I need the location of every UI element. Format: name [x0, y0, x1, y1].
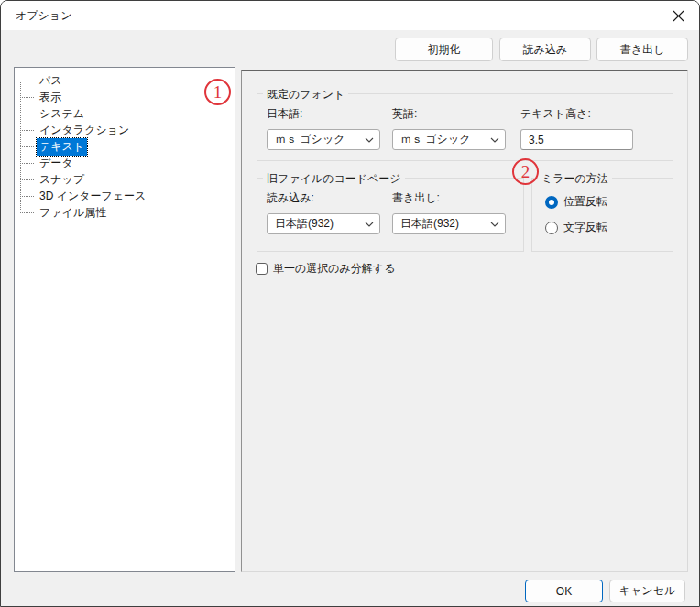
tree-item-label: テキスト: [37, 138, 87, 156]
tree-item-file-attributes[interactable]: ファイル属性: [15, 204, 235, 221]
ok-button[interactable]: OK: [525, 580, 603, 602]
tree-item-label: ファイル属性: [37, 204, 109, 222]
tree-item-label: 3D インターフェース: [37, 188, 148, 205]
export-button[interactable]: 書き出し: [596, 38, 688, 61]
default-font-group: 既定のフォント 日本語: ｍｓ ゴシック 英語: ｍｓ ゴシック: [257, 93, 673, 161]
tree-leader: [20, 179, 34, 180]
tree-item-label: パス: [37, 72, 65, 90]
tree-item-label: スナップ: [37, 171, 87, 189]
annotation-circle-2: 2: [512, 158, 539, 185]
text-height-input[interactable]: [520, 129, 633, 150]
codepage-export-label: 書き出し:: [392, 190, 506, 203]
group-caption: 既定のフォント: [263, 87, 348, 103]
radio-selected-icon: [545, 196, 558, 209]
settings-panel: 既定のフォント 日本語: ｍｓ ゴシック 英語: ｍｓ ゴシック: [241, 70, 688, 572]
chevron-down-icon: [490, 222, 499, 227]
codepage-export-field: 書き出し: 日本語(932): [392, 190, 506, 234]
annotation-number: 2: [521, 162, 530, 182]
english-font-select[interactable]: ｍｓ ゴシック: [392, 129, 506, 150]
tree-item-3d-interface[interactable]: 3D インターフェース: [15, 188, 235, 204]
close-icon: [673, 10, 684, 22]
tree-item-data[interactable]: データ: [15, 155, 235, 171]
cancel-button[interactable]: キャンセル: [609, 580, 685, 602]
mirror-method-group: ミラーの方法 位置反転 文字反転: [531, 178, 673, 252]
radio-character-flip[interactable]: 文字反転: [545, 220, 607, 235]
japanese-font-field: 日本語: ｍｓ ゴシック: [267, 106, 380, 150]
text-height-label: テキスト高さ:: [520, 106, 633, 119]
codepage-import-label: 読み込み:: [267, 190, 380, 203]
chevron-down-icon: [490, 137, 499, 143]
tree-item-label: データ: [37, 155, 76, 172]
tree-leader: [20, 81, 34, 81]
japanese-font-select[interactable]: ｍｓ ゴシック: [267, 129, 380, 150]
initialize-button[interactable]: 初期化: [395, 38, 493, 61]
text-height-field: テキスト高さ:: [520, 106, 633, 150]
tree-leader: [20, 97, 34, 98]
annotation-circle-1: 1: [204, 79, 231, 105]
combo-value: ｍｓ ゴシック: [400, 132, 490, 147]
tree-leader: [20, 146, 34, 147]
english-font-label: 英語:: [392, 106, 506, 119]
radio-label: 位置反転: [563, 194, 607, 210]
explode-single-selection-checkbox[interactable]: 単一の選択のみ分解する: [256, 261, 395, 276]
chevron-down-icon: [365, 222, 374, 227]
tree-item-text[interactable]: テキスト: [15, 138, 235, 155]
tree-item-label: 表示: [37, 89, 64, 106]
group-caption: 旧ファイルのコードページ: [263, 171, 405, 187]
codepage-export-select[interactable]: 日本語(932): [392, 213, 506, 234]
annotation-number: 1: [213, 82, 223, 103]
checkbox-label: 単一の選択のみ分解する: [273, 261, 395, 276]
tree-item-snap[interactable]: スナップ: [15, 171, 235, 188]
tree-leader: [20, 163, 34, 164]
tree-leader: [20, 196, 34, 197]
group-caption: ミラーの方法: [538, 171, 612, 187]
combo-value: 日本語(932): [275, 216, 365, 232]
english-font-field: 英語: ｍｓ ゴシック: [392, 106, 506, 150]
import-button[interactable]: 読み込み: [499, 38, 591, 61]
codepage-import-select[interactable]: 日本語(932): [267, 213, 380, 234]
tree-leader: [20, 212, 34, 213]
dialog-title: オプション: [16, 8, 71, 24]
japanese-font-label: 日本語:: [267, 106, 380, 119]
options-category-tree: パス 表示 システム インタラクション テキスト データ スナップ 3D イン: [14, 67, 235, 572]
chevron-down-icon: [365, 137, 374, 143]
options-dialog: オプション 初期化 読み込み 書き出し パス 表示 システム インタラクション: [0, 0, 700, 607]
radio-unselected-icon: [545, 222, 558, 234]
tree-item-system[interactable]: システム: [15, 105, 235, 122]
checkbox-unchecked-icon: [256, 263, 268, 275]
combo-value: ｍｓ ゴシック: [275, 132, 365, 147]
codepage-group: 旧ファイルのコードページ 読み込み: 日本語(932) 書き出し: 日本語(93…: [257, 178, 524, 252]
tree-item-interaction[interactable]: インタラクション: [15, 122, 235, 138]
title-bar: オプション: [1, 1, 699, 30]
combo-value: 日本語(932): [400, 216, 490, 232]
tree-leader: [20, 130, 34, 131]
codepage-import-field: 読み込み: 日本語(932): [267, 190, 380, 234]
tree-item-display[interactable]: 表示: [15, 89, 235, 105]
tree-item-label: インタラクション: [37, 122, 132, 139]
close-button[interactable]: [657, 1, 699, 30]
radio-position-flip[interactable]: 位置反転: [545, 194, 607, 210]
tree-item-label: システム: [37, 105, 87, 123]
radio-label: 文字反転: [563, 220, 607, 235]
tree-leader: [20, 114, 34, 114]
tree-item-path[interactable]: パス: [15, 72, 235, 89]
